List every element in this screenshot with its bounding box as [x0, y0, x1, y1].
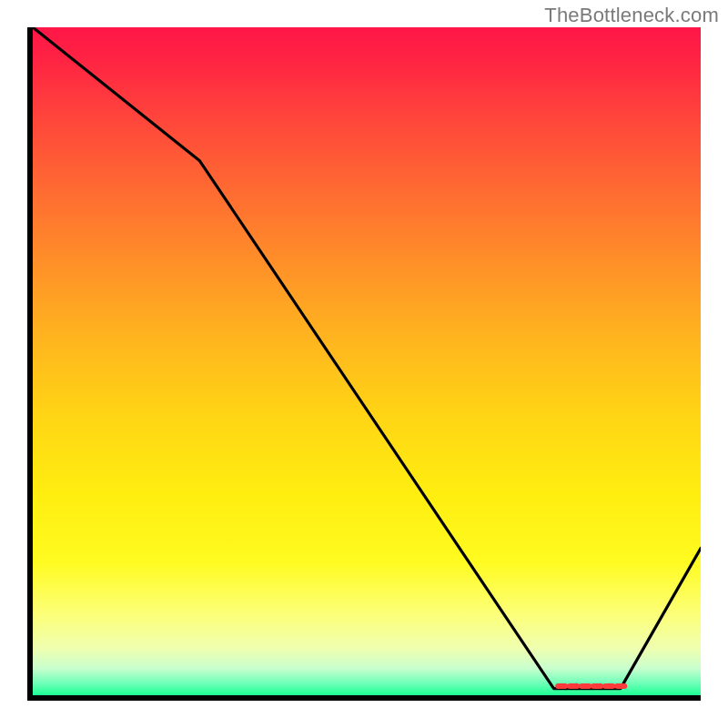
curve-path	[33, 27, 701, 689]
chart-container: TheBottleneck.com	[0, 0, 728, 728]
watermark-text: TheBottleneck.com	[544, 4, 719, 27]
line-curve	[33, 27, 701, 695]
plot-area	[27, 27, 701, 701]
